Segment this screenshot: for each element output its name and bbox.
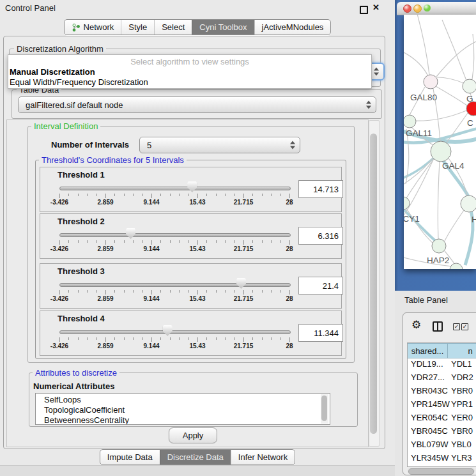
slider-tick: [59, 290, 60, 295]
table-data-combobox-value: galFiltered.sif default node: [26, 100, 123, 110]
tab-infer-network[interactable]: Infer Network: [231, 450, 295, 464]
table-cell[interactable]: YDR2: [451, 372, 473, 382]
table-cell[interactable]: YER054C: [411, 413, 448, 422]
slider-thumb[interactable]: [126, 228, 135, 239]
slider-tick: [142, 290, 143, 293]
number-of-intervals-combobox[interactable]: 5: [139, 137, 300, 153]
table-cell[interactable]: YIL0: [451, 466, 468, 467]
network-node-gal4[interactable]: [431, 141, 451, 162]
algorithm-popup-item[interactable]: Manual Discretization: [10, 67, 95, 77]
thresholds-group-title: Threshold's Coordinates for 5 Intervals: [39, 155, 187, 165]
close-traffic-light-icon[interactable]: [403, 4, 411, 13]
slider-tick: [289, 194, 290, 198]
attributes-list-scrollbar[interactable]: [321, 394, 328, 424]
algorithm-popup-item[interactable]: Equal Width/Frequency Discretization: [10, 77, 148, 87]
attribute-list-item[interactable]: SelfLoops: [44, 395, 81, 404]
table-panel: Table Panel ⚙ ✓ ✓ shared...nYDL19...YDL1…: [395, 291, 476, 476]
slider-tick: [262, 194, 263, 196]
network-window-titlebar[interactable]: [397, 2, 476, 15]
scrollbar-thumb[interactable]: [408, 468, 474, 475]
node-table[interactable]: shared...nYDL19...YDL1YDR27...YDR2YBR043…: [407, 342, 476, 467]
network-node-hap2[interactable]: [432, 239, 446, 253]
slider-thumb[interactable]: [163, 325, 173, 336]
settings-vertical-scrollbar[interactable]: [369, 120, 380, 447]
table-cell[interactable]: YDL19...: [411, 359, 443, 369]
slider-tick: [114, 337, 115, 340]
slider-tick-label: 21.715: [234, 295, 254, 302]
float-window-icon[interactable]: [360, 6, 368, 14]
slider-tick: [114, 290, 115, 293]
column-header-name[interactable]: n: [447, 343, 476, 358]
tab-select[interactable]: Select: [154, 20, 192, 35]
tab-label: Infer Network: [238, 452, 288, 462]
slider-tick: [160, 240, 161, 243]
scrollbar-thumb[interactable]: [321, 395, 327, 421]
tab-jactivemnodules[interactable]: jActiveMNodules: [254, 20, 331, 35]
table-cell[interactable]: YIL052C: [411, 466, 443, 467]
slider-track[interactable]: [59, 233, 291, 237]
checked-checkbox-icon[interactable]: ✓: [461, 323, 468, 330]
combo-stepper-icon[interactable]: [366, 101, 371, 109]
table-cell[interactable]: YBL0: [451, 440, 472, 449]
network-node-gal80[interactable]: [424, 75, 438, 89]
column-header-shared-name[interactable]: shared...: [407, 343, 448, 358]
table-cell[interactable]: YPR1: [451, 399, 473, 409]
slider-tick: [96, 240, 97, 243]
threshold-value-field[interactable]: 11.344: [298, 324, 343, 342]
tab-cyni-toolbox[interactable]: Cyni Toolbox: [192, 20, 254, 35]
close-icon[interactable]: ✕: [372, 3, 380, 12]
attributes-group-title: Attributes to discretize: [33, 368, 119, 378]
slider-track[interactable]: [59, 187, 291, 190]
scrollbar-thumb[interactable]: [370, 134, 377, 434]
slider-thumb[interactable]: [187, 181, 197, 192]
tab-impute-data[interactable]: Impute Data: [100, 450, 160, 464]
slider-tick-label: 15.43: [189, 245, 205, 252]
tab-style[interactable]: Style: [121, 20, 154, 35]
slider-tick: [124, 194, 125, 196]
network-node-g[interactable]: [463, 79, 476, 93]
apply-button[interactable]: Apply: [169, 427, 217, 443]
network-node-h[interactable]: [461, 196, 476, 212]
table-cell[interactable]: YDR27...: [411, 372, 445, 382]
threshold-value-field[interactable]: 14.713: [298, 180, 343, 198]
combo-stepper-icon[interactable]: [374, 68, 379, 76]
table-cell[interactable]: YLR3: [451, 453, 472, 463]
slider-tick: [234, 194, 235, 196]
threshold-value-field[interactable]: 6.316: [298, 227, 343, 245]
slider-tick: [252, 290, 253, 293]
network-canvas[interactable]: GAL80GCGAL11GAL4GCY1HHAP2: [404, 15, 476, 269]
slider-track[interactable]: [59, 330, 291, 334]
gear-icon[interactable]: ⚙: [411, 319, 421, 330]
slider-tick-label: 21.715: [234, 199, 254, 206]
slider-tick: [225, 337, 226, 340]
tab-discretize-data[interactable]: Discretize Data: [160, 450, 231, 464]
combo-stepper-icon[interactable]: [290, 141, 295, 150]
minimize-traffic-light-icon[interactable]: [413, 4, 422, 13]
table-data-combobox[interactable]: galFiltered.sif default node: [18, 96, 376, 113]
table-horizontal-scrollbar[interactable]: [408, 468, 475, 474]
table-cell[interactable]: YBR0: [451, 426, 473, 436]
split-columns-icon[interactable]: [433, 321, 443, 332]
network-node[interactable]: [450, 263, 463, 269]
network-view-window[interactable]: GAL80GCGAL11GAL4GCY1HHAP2: [395, 0, 476, 291]
slider-thumb[interactable]: [236, 278, 246, 289]
table-cell[interactable]: YER0: [451, 413, 473, 422]
attribute-list-item[interactable]: BetweennessCentrality: [44, 415, 129, 425]
table-cell[interactable]: YDL1: [451, 359, 472, 369]
network-node-c[interactable]: [466, 102, 476, 116]
checked-checkbox-icon[interactable]: ✓: [453, 323, 460, 330]
threshold-value-field[interactable]: 21.4: [298, 277, 343, 295]
table-cell[interactable]: YBR043C: [411, 386, 448, 395]
table-cell[interactable]: YBR0: [451, 386, 473, 395]
table-cell[interactable]: YBL079W: [411, 440, 449, 449]
attribute-list-item[interactable]: TopologicalCoefficient: [44, 405, 125, 415]
slider-track[interactable]: [59, 283, 291, 287]
table-cell[interactable]: YLR345W: [411, 453, 449, 463]
zoom-traffic-light-icon[interactable]: [424, 4, 431, 12]
tab-network[interactable]: Network: [65, 20, 121, 35]
numerical-attributes-list[interactable]: SelfLoopsTopologicalCoefficientBetweenne…: [35, 393, 330, 425]
network-node-gal11[interactable]: [404, 115, 416, 128]
table-cell[interactable]: YPR145W: [411, 399, 450, 409]
table-cell[interactable]: YBR045C: [411, 426, 448, 436]
slider-tick-label: -3.426: [50, 199, 68, 206]
